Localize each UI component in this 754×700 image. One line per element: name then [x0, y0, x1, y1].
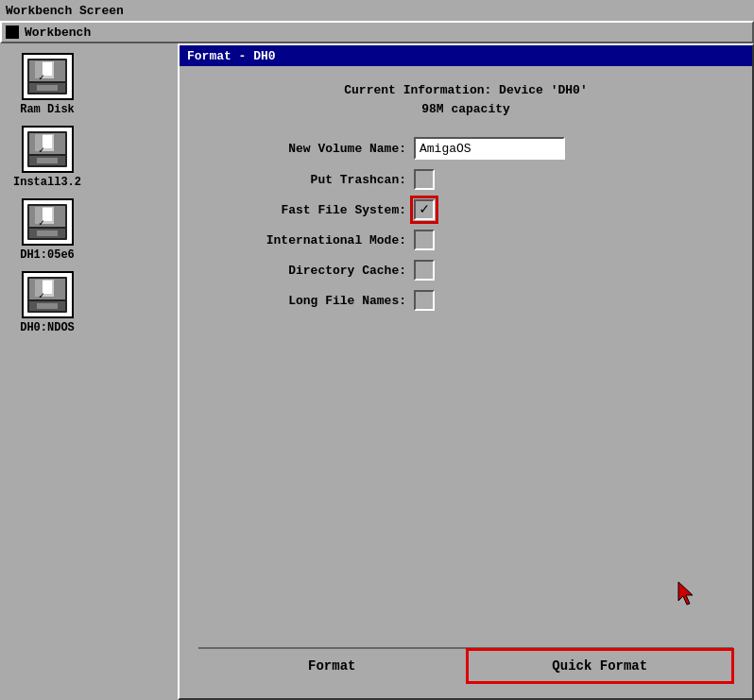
svg-text:✓: ✓: [39, 291, 44, 301]
dh1-icon: ✓: [22, 198, 74, 246]
ram-disk-icon: ✓: [22, 53, 74, 100]
svg-rect-22: [37, 230, 58, 236]
put-trashcan-checkbox[interactable]: [414, 169, 435, 190]
long-file-names-row: Long File Names:: [198, 290, 733, 311]
dh1-label: DH1:05e6: [20, 248, 75, 262]
put-trashcan-row: Put Trashcan:: [198, 169, 733, 190]
put-trashcan-label: Put Trashcan:: [198, 173, 406, 187]
info-line1: Current Information: Device 'DH0': [198, 81, 733, 100]
dialog-body: Current Information: Device 'DH0' 98M ca…: [180, 66, 752, 698]
long-file-names-checkbox[interactable]: [414, 290, 435, 311]
international-mode-checkbox[interactable]: [414, 230, 435, 250]
workbench-bar[interactable]: Workbench: [0, 21, 754, 43]
international-mode-label: International Mode:: [198, 233, 406, 248]
volume-name-row: New Volume Name:: [198, 137, 733, 160]
fast-file-system-checkbox[interactable]: ✓: [414, 199, 435, 220]
fast-file-system-row: Fast File System: ✓: [198, 199, 733, 220]
svg-text:✓: ✓: [39, 218, 44, 229]
screen-title-text: Workbench Screen: [6, 4, 124, 18]
sidebar-item-dh0[interactable]: ✓ DH0:NDOS: [9, 271, 85, 334]
main-area: ✓ Ram Disk ✓ Install3.2: [0, 43, 754, 700]
svg-rect-14: [37, 158, 58, 163]
sidebar-item-dh1[interactable]: ✓ DH1:05e6: [9, 198, 85, 262]
info-line2: 98M capacity: [198, 100, 733, 119]
format-dialog: Format - DH0 Current Information: Device…: [178, 43, 754, 700]
buttons-section: Format Quick Format: [198, 647, 733, 683]
sidebar: ✓ Ram Disk ✓ Install3.2: [0, 43, 180, 700]
international-mode-row: International Mode:: [198, 230, 733, 250]
format-button[interactable]: Format: [198, 649, 467, 683]
directory-cache-row: Directory Cache:: [198, 260, 733, 281]
ram-disk-label: Ram Disk: [20, 103, 75, 116]
dialog-titlebar: Format - DH0: [180, 45, 752, 66]
workbench-label: Workbench: [25, 26, 91, 40]
svg-text:✓: ✓: [39, 145, 44, 156]
directory-cache-label: Directory Cache:: [198, 264, 406, 278]
wb-icon[interactable]: [6, 26, 19, 39]
quick-format-button[interactable]: Quick Format: [467, 649, 734, 683]
directory-cache-checkbox[interactable]: [414, 260, 435, 281]
fast-file-system-label: Fast File System:: [198, 203, 406, 217]
sidebar-item-install32[interactable]: ✓ Install3.2: [9, 126, 85, 189]
install32-icon: ✓: [22, 126, 74, 173]
dialog-title: Format - DH0: [187, 49, 276, 63]
current-info: Current Information: Device 'DH0' 98M ca…: [198, 81, 733, 118]
fast-file-system-checkmark: ✓: [420, 202, 429, 217]
svg-rect-30: [37, 303, 58, 309]
sidebar-item-ram-disk[interactable]: ✓ Ram Disk: [9, 53, 85, 116]
long-file-names-label: Long File Names:: [198, 294, 406, 308]
svg-text:✓: ✓: [39, 73, 44, 83]
svg-rect-6: [37, 85, 58, 91]
volume-name-label: New Volume Name:: [198, 142, 406, 156]
dh0-icon: ✓: [22, 271, 74, 318]
screen-title: Workbench Screen: [0, 0, 754, 21]
install32-label: Install3.2: [13, 176, 81, 189]
dh0-label: DH0:NDOS: [20, 321, 75, 334]
volume-name-input[interactable]: [414, 137, 565, 160]
